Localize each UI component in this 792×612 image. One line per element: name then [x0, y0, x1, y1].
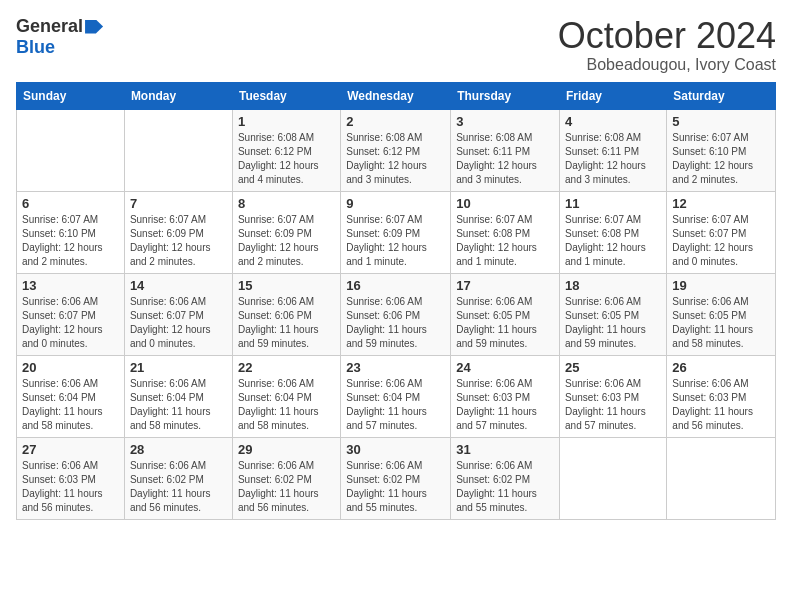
- calendar-cell: 4Sunrise: 6:08 AM Sunset: 6:11 PM Daylig…: [560, 109, 667, 191]
- day-number: 18: [565, 278, 661, 293]
- calendar-header-sunday: Sunday: [17, 82, 125, 109]
- day-number: 14: [130, 278, 227, 293]
- calendar-cell: [560, 437, 667, 519]
- calendar-cell: 10Sunrise: 6:07 AM Sunset: 6:08 PM Dayli…: [451, 191, 560, 273]
- calendar-cell: 1Sunrise: 6:08 AM Sunset: 6:12 PM Daylig…: [232, 109, 340, 191]
- calendar-header-friday: Friday: [560, 82, 667, 109]
- calendar-header-tuesday: Tuesday: [232, 82, 340, 109]
- logo-arrow-icon: [85, 20, 103, 34]
- day-info: Sunrise: 6:07 AM Sunset: 6:07 PM Dayligh…: [672, 213, 770, 269]
- calendar-cell: 15Sunrise: 6:06 AM Sunset: 6:06 PM Dayli…: [232, 273, 340, 355]
- calendar-cell: 20Sunrise: 6:06 AM Sunset: 6:04 PM Dayli…: [17, 355, 125, 437]
- calendar-cell: 28Sunrise: 6:06 AM Sunset: 6:02 PM Dayli…: [124, 437, 232, 519]
- calendar-cell: 13Sunrise: 6:06 AM Sunset: 6:07 PM Dayli…: [17, 273, 125, 355]
- day-info: Sunrise: 6:06 AM Sunset: 6:04 PM Dayligh…: [238, 377, 335, 433]
- day-number: 26: [672, 360, 770, 375]
- day-info: Sunrise: 6:06 AM Sunset: 6:02 PM Dayligh…: [456, 459, 554, 515]
- day-number: 30: [346, 442, 445, 457]
- calendar-week-row: 13Sunrise: 6:06 AM Sunset: 6:07 PM Dayli…: [17, 273, 776, 355]
- calendar-cell: 6Sunrise: 6:07 AM Sunset: 6:10 PM Daylig…: [17, 191, 125, 273]
- calendar-cell: 16Sunrise: 6:06 AM Sunset: 6:06 PM Dayli…: [341, 273, 451, 355]
- day-number: 8: [238, 196, 335, 211]
- day-info: Sunrise: 6:06 AM Sunset: 6:03 PM Dayligh…: [22, 459, 119, 515]
- day-number: 4: [565, 114, 661, 129]
- day-number: 9: [346, 196, 445, 211]
- day-number: 17: [456, 278, 554, 293]
- calendar-header-wednesday: Wednesday: [341, 82, 451, 109]
- calendar-cell: 22Sunrise: 6:06 AM Sunset: 6:04 PM Dayli…: [232, 355, 340, 437]
- day-number: 19: [672, 278, 770, 293]
- day-info: Sunrise: 6:06 AM Sunset: 6:02 PM Dayligh…: [238, 459, 335, 515]
- day-info: Sunrise: 6:06 AM Sunset: 6:06 PM Dayligh…: [238, 295, 335, 351]
- calendar-header-thursday: Thursday: [451, 82, 560, 109]
- calendar-table: SundayMondayTuesdayWednesdayThursdayFrid…: [16, 82, 776, 520]
- calendar-week-row: 20Sunrise: 6:06 AM Sunset: 6:04 PM Dayli…: [17, 355, 776, 437]
- day-number: 16: [346, 278, 445, 293]
- day-info: Sunrise: 6:07 AM Sunset: 6:09 PM Dayligh…: [130, 213, 227, 269]
- day-info: Sunrise: 6:07 AM Sunset: 6:08 PM Dayligh…: [456, 213, 554, 269]
- day-info: Sunrise: 6:06 AM Sunset: 6:04 PM Dayligh…: [346, 377, 445, 433]
- day-info: Sunrise: 6:07 AM Sunset: 6:09 PM Dayligh…: [238, 213, 335, 269]
- day-info: Sunrise: 6:06 AM Sunset: 6:02 PM Dayligh…: [130, 459, 227, 515]
- day-number: 13: [22, 278, 119, 293]
- calendar-cell: 24Sunrise: 6:06 AM Sunset: 6:03 PM Dayli…: [451, 355, 560, 437]
- title-section: October 2024 Bobeadougou, Ivory Coast: [558, 16, 776, 74]
- day-info: Sunrise: 6:06 AM Sunset: 6:06 PM Dayligh…: [346, 295, 445, 351]
- calendar-cell: 11Sunrise: 6:07 AM Sunset: 6:08 PM Dayli…: [560, 191, 667, 273]
- day-number: 2: [346, 114, 445, 129]
- calendar-cell: 2Sunrise: 6:08 AM Sunset: 6:12 PM Daylig…: [341, 109, 451, 191]
- calendar-cell: 27Sunrise: 6:06 AM Sunset: 6:03 PM Dayli…: [17, 437, 125, 519]
- day-number: 21: [130, 360, 227, 375]
- logo-general-text: General: [16, 16, 83, 37]
- day-info: Sunrise: 6:08 AM Sunset: 6:11 PM Dayligh…: [456, 131, 554, 187]
- day-number: 5: [672, 114, 770, 129]
- calendar-cell: 14Sunrise: 6:06 AM Sunset: 6:07 PM Dayli…: [124, 273, 232, 355]
- calendar-cell: 9Sunrise: 6:07 AM Sunset: 6:09 PM Daylig…: [341, 191, 451, 273]
- day-info: Sunrise: 6:06 AM Sunset: 6:07 PM Dayligh…: [22, 295, 119, 351]
- calendar-week-row: 1Sunrise: 6:08 AM Sunset: 6:12 PM Daylig…: [17, 109, 776, 191]
- calendar-header-monday: Monday: [124, 82, 232, 109]
- day-info: Sunrise: 6:06 AM Sunset: 6:03 PM Dayligh…: [456, 377, 554, 433]
- calendar-cell: 26Sunrise: 6:06 AM Sunset: 6:03 PM Dayli…: [667, 355, 776, 437]
- calendar-header-saturday: Saturday: [667, 82, 776, 109]
- calendar-cell: 7Sunrise: 6:07 AM Sunset: 6:09 PM Daylig…: [124, 191, 232, 273]
- logo: General Blue: [16, 16, 103, 58]
- day-info: Sunrise: 6:06 AM Sunset: 6:04 PM Dayligh…: [22, 377, 119, 433]
- day-number: 20: [22, 360, 119, 375]
- logo-blue-text: Blue: [16, 37, 55, 58]
- day-number: 3: [456, 114, 554, 129]
- calendar-week-row: 27Sunrise: 6:06 AM Sunset: 6:03 PM Dayli…: [17, 437, 776, 519]
- calendar-cell: 17Sunrise: 6:06 AM Sunset: 6:05 PM Dayli…: [451, 273, 560, 355]
- page-header: General Blue October 2024 Bobeadougou, I…: [16, 16, 776, 74]
- day-info: Sunrise: 6:06 AM Sunset: 6:03 PM Dayligh…: [672, 377, 770, 433]
- calendar-cell: 3Sunrise: 6:08 AM Sunset: 6:11 PM Daylig…: [451, 109, 560, 191]
- day-info: Sunrise: 6:08 AM Sunset: 6:12 PM Dayligh…: [346, 131, 445, 187]
- day-number: 23: [346, 360, 445, 375]
- day-number: 7: [130, 196, 227, 211]
- day-number: 31: [456, 442, 554, 457]
- day-info: Sunrise: 6:07 AM Sunset: 6:10 PM Dayligh…: [22, 213, 119, 269]
- day-info: Sunrise: 6:06 AM Sunset: 6:02 PM Dayligh…: [346, 459, 445, 515]
- calendar-cell: 8Sunrise: 6:07 AM Sunset: 6:09 PM Daylig…: [232, 191, 340, 273]
- calendar-cell: 21Sunrise: 6:06 AM Sunset: 6:04 PM Dayli…: [124, 355, 232, 437]
- day-info: Sunrise: 6:06 AM Sunset: 6:07 PM Dayligh…: [130, 295, 227, 351]
- day-info: Sunrise: 6:06 AM Sunset: 6:05 PM Dayligh…: [565, 295, 661, 351]
- calendar-cell: 25Sunrise: 6:06 AM Sunset: 6:03 PM Dayli…: [560, 355, 667, 437]
- day-number: 29: [238, 442, 335, 457]
- day-number: 12: [672, 196, 770, 211]
- location: Bobeadougou, Ivory Coast: [558, 56, 776, 74]
- day-info: Sunrise: 6:06 AM Sunset: 6:04 PM Dayligh…: [130, 377, 227, 433]
- calendar-cell: 18Sunrise: 6:06 AM Sunset: 6:05 PM Dayli…: [560, 273, 667, 355]
- day-info: Sunrise: 6:08 AM Sunset: 6:12 PM Dayligh…: [238, 131, 335, 187]
- month-title: October 2024: [558, 16, 776, 56]
- calendar-cell: 30Sunrise: 6:06 AM Sunset: 6:02 PM Dayli…: [341, 437, 451, 519]
- day-info: Sunrise: 6:06 AM Sunset: 6:05 PM Dayligh…: [672, 295, 770, 351]
- day-number: 10: [456, 196, 554, 211]
- calendar-cell: 31Sunrise: 6:06 AM Sunset: 6:02 PM Dayli…: [451, 437, 560, 519]
- day-number: 24: [456, 360, 554, 375]
- day-info: Sunrise: 6:07 AM Sunset: 6:08 PM Dayligh…: [565, 213, 661, 269]
- calendar-cell: [124, 109, 232, 191]
- calendar-cell: 5Sunrise: 6:07 AM Sunset: 6:10 PM Daylig…: [667, 109, 776, 191]
- day-info: Sunrise: 6:06 AM Sunset: 6:05 PM Dayligh…: [456, 295, 554, 351]
- day-number: 11: [565, 196, 661, 211]
